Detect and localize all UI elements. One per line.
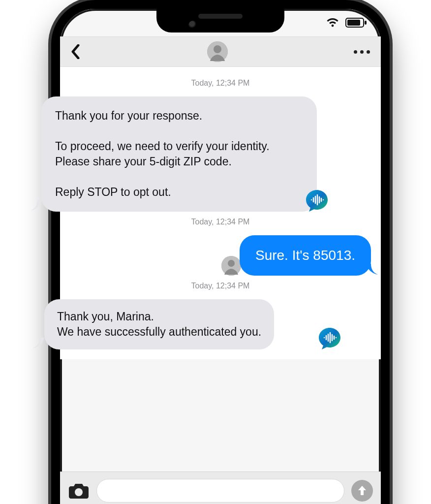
message-timestamp: Today, 12;34 PM <box>60 73 381 96</box>
conversation-header <box>60 36 381 67</box>
waveform-chat-icon <box>317 326 342 351</box>
more-options-button[interactable] <box>354 50 370 54</box>
svg-rect-1 <box>347 20 360 26</box>
message-timestamp: Today, 12;34 PM <box>60 212 381 235</box>
dot-icon <box>354 50 357 54</box>
bubble-tail-icon <box>32 338 44 348</box>
incoming-message-row: Thank you for your response. To proceed,… <box>60 96 381 212</box>
phone-notch <box>156 7 284 32</box>
compose-bar <box>60 472 381 504</box>
dot-icon <box>360 50 364 54</box>
wifi-icon <box>326 17 339 28</box>
back-button[interactable] <box>71 44 81 59</box>
message-input[interactable] <box>96 479 344 503</box>
phone-speaker <box>198 14 243 19</box>
phone-front-camera <box>188 21 197 30</box>
incoming-message-row: Thank you, Marina. We have successfully … <box>60 299 381 349</box>
svg-point-21 <box>75 488 83 496</box>
contact-avatar[interactable] <box>207 41 228 62</box>
outgoing-message-bubble[interactable]: Sure. It's 85013. <box>240 235 371 276</box>
incoming-message-bubble[interactable]: Thank you for your response. To proceed,… <box>41 96 317 212</box>
svg-rect-2 <box>365 21 367 25</box>
battery-icon <box>345 17 367 28</box>
camera-button[interactable] <box>68 481 90 500</box>
outgoing-message-row: Sure. It's 85013. <box>60 235 381 276</box>
bubble-tail-icon <box>366 264 378 275</box>
dot-icon <box>367 50 370 54</box>
bubble-tail-icon <box>31 200 42 211</box>
message-thread[interactable]: Today, 12;34 PM Thank you for your respo… <box>60 67 381 359</box>
phone-frame: Today, 12;34 PM Thank you for your respo… <box>51 0 390 504</box>
svg-point-13 <box>228 260 235 267</box>
svg-point-4 <box>214 45 221 53</box>
sender-avatar-icon <box>221 256 241 276</box>
message-timestamp: Today, 12;34 PM <box>60 276 381 299</box>
waveform-chat-icon <box>304 188 330 214</box>
send-button[interactable] <box>351 480 373 502</box>
incoming-message-bubble[interactable]: Thank you, Marina. We have successfully … <box>44 299 274 349</box>
